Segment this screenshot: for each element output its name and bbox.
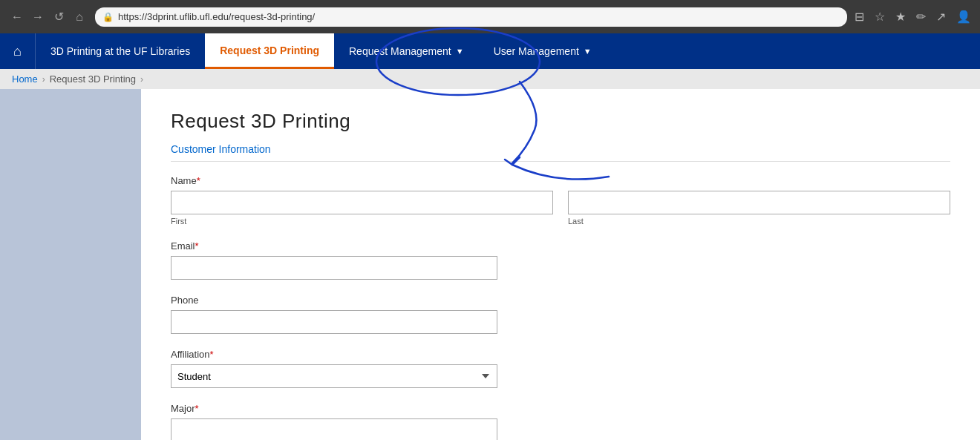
major-label: Major* [171,403,497,414]
email-label: Email* [171,240,497,252]
nav-item-request-management[interactable]: Request Management ▼ [334,33,479,69]
email-required-star: * [195,240,199,252]
affiliation-label: Affiliation* [171,349,497,360]
url-text: https://3dprint.uflib.ufl.edu/request-3d… [118,11,315,22]
first-name-sublabel: First [171,217,553,226]
section-label: Customer Information [171,143,950,162]
browser-nav-buttons: ← → ↺ ⌂ [9,11,88,23]
name-required-star: * [197,175,200,186]
last-name-sublabel: Last [568,217,950,226]
browser-chrome: ← → ↺ ⌂ 🔒 https://3dprint.uflib.ufl.edu/… [0,0,980,33]
breadcrumb-separator: › [42,74,45,85]
home-button[interactable]: ⌂ [71,11,88,23]
email-input[interactable] [171,256,497,280]
breadcrumb-end-arrow: › [140,74,143,85]
last-name-input[interactable] [568,191,950,214]
page-title: Request 3D Printing [171,110,950,133]
breadcrumb-home-link[interactable]: Home [12,73,38,85]
phone-label: Phone [171,295,497,306]
sidebar [0,89,141,440]
annotate-icon[interactable]: ✏ [916,10,926,24]
user-management-dropdown-icon: ▼ [584,47,592,56]
phone-field-group: Phone [171,295,497,334]
name-label: Name* [171,175,950,186]
first-name-input[interactable] [171,191,553,214]
first-name-field: First [171,191,553,226]
browser-actions: ⊟ ☆ ★ ✏ ↗ 👤 [855,10,971,24]
main-layout: Request 3D Printing Customer Information… [0,89,980,440]
major-required-star: * [195,403,199,414]
last-name-field: Last [568,191,950,226]
address-bar[interactable]: 🔒 https://3dprint.uflib.ufl.edu/request-… [95,7,847,27]
reader-mode-icon[interactable]: ⊟ [855,10,864,24]
affiliation-required-star: * [210,349,214,360]
home-icon: ⌂ [13,44,22,59]
major-field-group: Major* [171,403,497,440]
account-icon[interactable]: 👤 [956,10,971,24]
bookmark-icon[interactable]: ☆ [875,10,885,24]
navigation-bar: ⌂ 3D Printing at the UF Libraries Reques… [0,33,980,69]
affiliation-select[interactable]: Student Faculty Staff Other [171,364,497,388]
favorites-icon[interactable]: ★ [895,10,906,24]
reload-button[interactable]: ↺ [50,11,67,23]
name-field-group: Name* First Last [171,175,950,226]
major-input[interactable] [171,418,497,440]
name-row: First Last [171,191,950,226]
nav-item-request-3d-printing[interactable]: Request 3D Printing [205,33,334,69]
lock-icon: 🔒 [102,12,114,22]
email-field-group: Email* [171,240,497,280]
content-area: Request 3D Printing Customer Information… [141,89,980,440]
nav-home-button[interactable]: ⌂ [0,33,36,69]
nav-item-3d-printing[interactable]: 3D Printing at the UF Libraries [36,33,205,69]
request-management-dropdown-icon: ▼ [456,47,464,56]
breadcrumb-current: Request 3D Printing [50,73,136,85]
back-button[interactable]: ← [9,11,25,23]
forward-button[interactable]: → [30,11,46,23]
share-icon[interactable]: ↗ [936,10,946,24]
breadcrumb: Home › Request 3D Printing › [0,69,980,89]
affiliation-field-group: Affiliation* Student Faculty Staff Other [171,349,497,388]
phone-input[interactable] [171,310,497,334]
nav-item-user-management[interactable]: User Management ▼ [479,33,607,69]
